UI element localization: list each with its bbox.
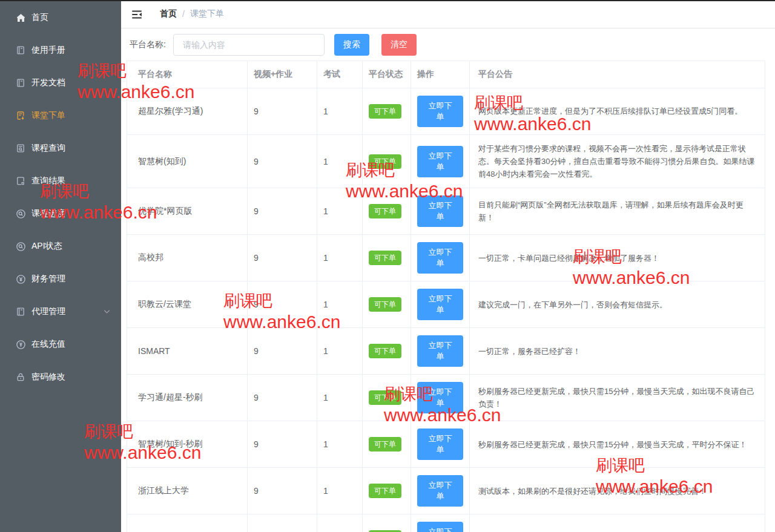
status-badge: 可下单: [369, 390, 401, 405]
sidebar-item-label: 密码修改: [31, 372, 65, 383]
order-now-button[interactable]: 立即下单: [417, 195, 463, 227]
exam-count: 1: [317, 328, 363, 375]
course-search-document-icon: [15, 143, 26, 154]
sidebar-item-change-password[interactable]: 密码修改: [0, 361, 121, 393]
platform-announcement: 秒刷服务器已经更新完成，最快只需15分钟，最慢当天完成，如出现不良请自己负责！: [470, 375, 765, 421]
sidebar-item-course-progress[interactable]: 课程进度: [0, 197, 121, 230]
sidebar-item-label: 课程进度: [31, 208, 65, 219]
platform-announcement: 秒刷服务器已经更新完成，最快只需15分钟，最慢当天完成，平时分不保证！: [470, 421, 765, 468]
table-row: 超星尔雅(学习通) 9 1 可下单 立即下单 网页版本更新正常进度，但是为了不积…: [127, 88, 765, 135]
status-badge: 可下单: [369, 344, 401, 358]
table-row: 高校邦 9 1 可下单 立即下单 一切正常，卡单问题已经彻底解决，增加了服务器！: [127, 235, 765, 281]
col-header-platform-status: 平台状态: [363, 61, 411, 88]
breadcrumb-home-link[interactable]: 首页: [160, 8, 177, 19]
col-header-exam: 考试: [317, 61, 363, 88]
video-count: 9: [248, 135, 317, 188]
table-row: 智慧树/知到-秒刷 9 1 可下单 立即下单 秒刷服务器已经更新完成，最快只需1…: [127, 421, 765, 468]
platform-announcement: 测试版本，如果刷的不是很好还请见谅，给我们些时间慢慢完善！: [470, 468, 765, 514]
menu-fold-icon[interactable]: [130, 8, 143, 21]
sidebar-item-home[interactable]: 首页: [0, 1, 121, 34]
search-button[interactable]: 搜索: [334, 34, 369, 56]
status-badge: 可下单: [369, 104, 401, 119]
status-badge: 可下单: [369, 251, 401, 265]
sidebar-item-label: 查询结果: [31, 176, 65, 186]
exam-count: 1: [317, 468, 363, 514]
exam-count: 1: [317, 375, 363, 421]
platform-announcement: 测试版本，如果刷的不是很好还请见谅，给我们些时间慢慢完善！: [470, 514, 765, 532]
api-status-magnifier-icon: [15, 241, 26, 252]
sidebar-item-label: 开发文档: [31, 77, 65, 88]
top-border-line: [0, 0, 775, 1]
order-now-button[interactable]: 立即下单: [417, 522, 463, 532]
video-count: 9: [248, 468, 317, 514]
sidebar-item-manual[interactable]: 使用手册: [0, 34, 121, 67]
breadcrumb: 首页 / 课堂下单: [160, 8, 224, 19]
video-count: 9: [248, 188, 317, 235]
order-now-button[interactable]: 立即下单: [417, 242, 463, 274]
platform-name-input[interactable]: [173, 34, 325, 56]
platform-name: 高校邦: [127, 235, 248, 281]
col-header-action: 操作: [411, 61, 470, 88]
table-row: 职教云/云课堂 9 1 可下单 立即下单 建议完成一门，在下单另外一门，否则会有…: [127, 281, 765, 328]
col-header-announcement: 平台公告: [470, 61, 765, 88]
sidebar-item-label: 代理管理: [31, 306, 65, 317]
sidebar-item-class-order[interactable]: 课堂下单: [0, 99, 121, 132]
progress-magnifier-icon: [15, 208, 26, 219]
exam-count: 1: [317, 514, 363, 532]
dev-doc-book-icon: [15, 77, 26, 88]
clear-button[interactable]: 清空: [381, 34, 417, 56]
sidebar-item-api-status[interactable]: API状态: [0, 230, 121, 263]
breadcrumb-separator: /: [182, 9, 185, 19]
video-count: 9: [248, 514, 317, 532]
video-count: 9: [248, 88, 317, 135]
sidebar-item-dev-docs[interactable]: 开发文档: [0, 67, 121, 99]
sidebar-item-finance[interactable]: 财务管理: [0, 263, 121, 295]
col-header-video-homework: 视频+作业: [248, 61, 317, 88]
table-row: 中国大学(慕课号) 9 1 可下单 立即下单 测试版本，如果刷的不是很好还请见谅…: [127, 514, 765, 532]
sidebar-item-online-recharge[interactable]: 在线充值: [0, 328, 121, 361]
sidebar-item-course-query[interactable]: 课程查询: [0, 132, 121, 165]
home-icon: [15, 12, 26, 23]
table-row: 浙江线上大学 9 1 可下单 立即下单 测试版本，如果刷的不是很好还请见谅，给我…: [127, 468, 765, 514]
order-now-button[interactable]: 立即下单: [417, 475, 463, 507]
sidebar-item-agent-management[interactable]: 代理管理: [0, 295, 121, 328]
table-row: 学习通/超星-秒刷 9 1 可下单 立即下单 秒刷服务器已经更新完成，最快只需1…: [127, 375, 765, 421]
platform-name: 学习通/超星-秒刷: [127, 375, 248, 421]
video-count: 9: [248, 235, 317, 281]
order-now-button[interactable]: 立即下单: [417, 335, 463, 367]
breadcrumb-current: 课堂下单: [190, 8, 224, 19]
order-now-button[interactable]: 立即下单: [417, 146, 463, 177]
platform-name: 超星尔雅(学习通): [127, 88, 248, 135]
platform-announcement: 网页版本更新正常进度，但是为了不积压后续排队订单已经设置成5门同看。: [470, 88, 765, 135]
video-count: 9: [248, 375, 317, 421]
platform-announcement: 一切正常，服务器已经扩容！: [470, 328, 765, 375]
platform-announcement: 对于某些有习惯分要求的课程，视频不会再一次性看完，显示待考试是正常状态。每天会坚…: [470, 135, 765, 188]
finance-money-icon: [15, 274, 26, 284]
sidebar-item-label: API状态: [31, 241, 62, 252]
order-now-button[interactable]: 立即下单: [417, 289, 463, 320]
order-document-icon: [15, 110, 26, 121]
order-now-button[interactable]: 立即下单: [417, 96, 463, 127]
order-now-button[interactable]: 立即下单: [417, 382, 463, 413]
platform-name: 中国大学(慕课号): [127, 514, 248, 532]
exam-count: 1: [317, 135, 363, 188]
sidebar-item-label: 使用手册: [31, 45, 65, 56]
platform-name: 职教云/云课堂: [127, 281, 248, 328]
sidebar-item-query-result[interactable]: 查询结果: [0, 165, 121, 197]
agent-book-icon: [15, 306, 26, 317]
chevron-down-icon: [104, 309, 110, 314]
sidebar-item-label: 课堂下单: [31, 110, 65, 121]
status-badge: 可下单: [369, 437, 401, 452]
password-lock-icon: [15, 372, 26, 383]
table-header-row: 平台名称 视频+作业 考试 平台状态 操作 平台公告: [127, 61, 765, 88]
order-now-button[interactable]: 立即下单: [417, 429, 463, 460]
platform-announcement: 一切正常，卡单问题已经彻底解决，增加了服务器！: [470, 235, 765, 281]
table-row: 智慧树(知到) 9 1 可下单 立即下单 对于某些有习惯分要求的课程，视频不会再…: [127, 135, 765, 188]
sidebar-item-label: 在线充值: [31, 339, 65, 350]
status-badge: 可下单: [369, 154, 401, 169]
sidebar-item-label: 财务管理: [31, 274, 65, 284]
col-header-platform-name: 平台名称: [127, 61, 248, 88]
exam-count: 1: [317, 421, 363, 468]
platform-name-label: 平台名称:: [130, 39, 166, 50]
video-count: 9: [248, 328, 317, 375]
